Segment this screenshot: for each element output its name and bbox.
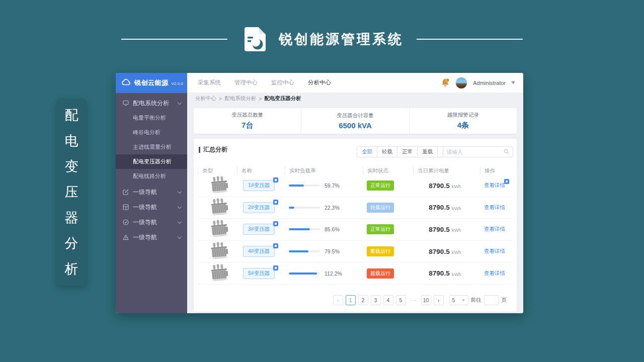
sidebar-group-label: 一级导航 [133,203,157,212]
check-circle-icon [123,219,129,225]
nav-item[interactable]: 采集系统 [198,79,221,86]
vertical-caption-char: 配 [65,106,78,124]
view-details-link[interactable]: 查看详情 [484,270,505,277]
transformer-name-button[interactable]: 4#变压器 [243,246,275,257]
sidebar-group[interactable]: 一级导航 [116,230,187,245]
vertical-caption-char: 电 [65,132,78,150]
search-box[interactable] [443,146,513,157]
filter-button[interactable]: 正常 [397,146,418,157]
sidebar-item[interactable]: 配电线路分析 [116,169,187,184]
view-details-link[interactable]: 查看详情 [484,182,505,189]
pagination-prev-button[interactable]: ‹ [333,295,343,305]
section-title: 汇总分析 [203,145,227,154]
section-title-bar [199,147,200,153]
pagination-page-button[interactable]: 1 [346,295,356,305]
transformer-image [209,262,230,284]
top-banner: 锐创能源管理系统 [0,21,644,57]
nav-item[interactable]: 管理中心 [234,79,258,86]
breadcrumb: 分析中心>配电系统分析>配电变压器分析 [187,93,523,104]
user-name[interactable]: Administrator [473,80,506,86]
sidebar-item[interactable]: 电量平衡分析 [116,111,187,125]
page-title: 锐创能源管理系统 [279,30,404,48]
transformer-image [209,240,230,261]
pagination-page-button[interactable]: 4 [383,295,393,305]
energy-value: 8790.5 [429,248,449,255]
chevron-down-icon [178,100,182,104]
energy-unit: kWh [452,206,461,211]
load-percentage: 59.7% [325,183,340,189]
cloud-icon [121,78,131,88]
pagination-page-button[interactable]: 10 [421,295,431,305]
transformer-name-button[interactable]: 1#变压器 [243,180,275,191]
stat-card: 变压器合计容量 6500 kVA [301,108,409,134]
sidebar-group[interactable]: 一级导航 [116,185,187,200]
pagination-next-button[interactable]: › [434,295,444,305]
sidebar-group[interactable]: 一级导航 [116,215,187,230]
view-details-link[interactable]: 查看详情 [484,226,505,233]
search-icon[interactable] [504,147,509,156]
pagination-page-button[interactable]: 5 [396,295,406,305]
tag-badge-icon [273,177,278,183]
sidebar-group-label: 配电系统分析 [133,99,169,108]
nav-item[interactable]: 分析中心 [308,79,331,86]
nav-item[interactable]: 监控中心 [271,79,294,86]
goto-page-input[interactable] [484,295,499,305]
warning-icon [123,234,129,240]
sidebar-item[interactable]: 峰谷电分析 [116,125,187,140]
energy-value: 8790.5 [429,182,449,190]
sidebar-item[interactable]: 配电变压器分析 [116,154,187,169]
energy-unit: kWh [452,249,461,255]
load-progress-bar [289,228,320,230]
sidebar-menu: 配电系统分析 电量平衡分析峰谷电分析主进线需量分析配电变压器分析配电线路分析 一… [116,93,187,245]
page-size-select[interactable]: 5 [449,295,468,305]
pagination-ellipsis: ··· [409,295,419,305]
transformer-name-button[interactable]: 5#变压器 [243,268,275,279]
vertical-caption-char: 器 [65,209,78,227]
filter-button[interactable]: 轻载 [377,146,397,157]
chevron-down-icon[interactable] [511,81,515,84]
sidebar-group[interactable]: 一级导航 [116,200,187,215]
transformer-name-button[interactable]: 3#变压器 [243,224,275,235]
pagination-page-button[interactable]: 3 [371,295,381,305]
vertical-caption-char: 分 [65,234,78,252]
load-progress-bar [289,250,320,252]
app-logo[interactable]: 锐创云能源 V2.0.0 [116,73,187,93]
transformer-name-button[interactable]: 2#变压器 [243,202,275,213]
app-version: V2.0.0 [172,81,183,86]
pagination-page-button[interactable]: 2 [358,295,368,305]
column-header: 实时状态 [363,166,413,175]
nav-items: 采集系统管理中心监控中心分析中心 [187,79,331,86]
stat-value: 7台 [242,121,253,130]
status-badge: 轻载运行 [367,203,394,213]
column-header: 操作 [480,166,511,175]
load-progress-bar [289,273,320,275]
tag-badge-icon [504,179,509,184]
breadcrumb-item[interactable]: 分析中心 [195,95,216,102]
filter-button[interactable]: 全部 [357,146,377,157]
dashboard-window: 锐创云能源 V2.0.0 配电系统分析 电量平衡分析峰谷电分析主进线需量分析配电… [116,73,523,313]
top-nav-bar: 采集系统管理中心监控中心分析中心 Administrator [187,73,523,93]
chevron-down-icon [178,219,182,223]
view-details-link[interactable]: 查看详情 [484,204,505,211]
avatar[interactable] [455,77,467,89]
stats-card: 变压器总数量 7台 变压器合计容量 6500 kVA 越限报警记录 4条 [194,108,517,134]
column-header: 当日累计电量 [413,166,480,175]
tag-badge-icon [273,243,278,248]
vertical-caption: 配电变压器分析 [56,99,87,286]
load-percentage: 22.3% [325,205,340,211]
filter-button[interactable]: 重载 [417,146,438,157]
sidebar-group[interactable]: 配电系统分析 [116,96,187,111]
stat-value: 6500 kVA [339,121,372,130]
alarm-bell-icon[interactable] [441,78,450,88]
load-percentage: 79.5% [325,248,340,254]
sidebar-group-label: 一级导航 [133,218,157,227]
chevron-down-icon [178,189,182,193]
document-pen-icon [240,26,268,53]
breadcrumb-item[interactable]: 配电系统分析 [224,95,256,102]
view-details-link[interactable]: 查看详情 [484,248,505,255]
transformer-image [209,174,230,196]
sidebar-item[interactable]: 主进线需量分析 [116,140,187,154]
stat-card: 变压器总数量 7台 [194,108,301,134]
stat-value: 4条 [457,121,469,130]
search-input[interactable] [447,149,504,155]
